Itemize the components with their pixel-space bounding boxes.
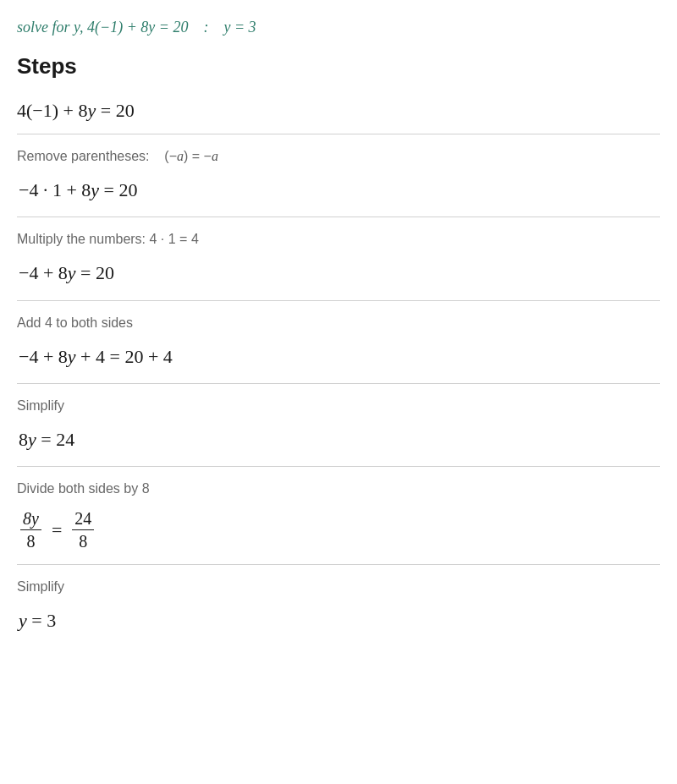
step-4-equation: 8y = 24 <box>17 425 660 454</box>
step-5-equation: 8y 8 = 24 8 <box>17 507 660 552</box>
step-4-description: Simplify <box>17 396 660 416</box>
step-6-description: Simplify <box>17 577 660 597</box>
step-5-description: Divide both sides by 8 <box>17 479 660 499</box>
step-6-block: Simplify y = 3 <box>17 564 660 647</box>
step-2-equation: −4 + 8y = 20 <box>17 258 660 288</box>
step-5-fraction-right: 24 8 <box>72 507 94 552</box>
step-5-fraction-left: 8y 8 <box>20 507 41 552</box>
step-4-block: Simplify 8y = 24 <box>17 383 660 466</box>
step-1-block: Remove parentheses: (−a) = −a −4 · 1 + 8… <box>17 134 660 217</box>
initial-equation-text: 4(−1) + 8y = 20 <box>17 100 135 121</box>
step-2-description: Multiply the numbers: 4 · 1 = 4 <box>17 229 660 249</box>
step-3-block: Add 4 to both sides −4 + 8y + 4 = 20 + 4 <box>17 300 660 383</box>
initial-equation-block: 4(−1) + 8y = 20 <box>17 91 660 134</box>
step-1-equation: −4 · 1 + 8y = 20 <box>17 175 660 205</box>
header-problem: solve for y, 4(−1) + 8y = 20 : y = 3 <box>17 17 660 38</box>
step-6-equation: y = 3 <box>17 606 660 635</box>
header-text: solve for y, 4(−1) + 8y = 20 : y = 3 <box>17 19 256 36</box>
steps-title: Steps <box>17 53 660 79</box>
step-2-block: Multiply the numbers: 4 · 1 = 4 −4 + 8y … <box>17 217 660 299</box>
step-5-block: Divide both sides by 8 8y 8 = 24 8 <box>17 466 660 564</box>
step-5-equals: = <box>52 515 62 545</box>
step-1-description: Remove parentheses: (−a) = −a <box>17 146 660 167</box>
step-3-equation: −4 + 8y + 4 = 20 + 4 <box>17 342 660 371</box>
step-3-description: Add 4 to both sides <box>17 313 660 333</box>
